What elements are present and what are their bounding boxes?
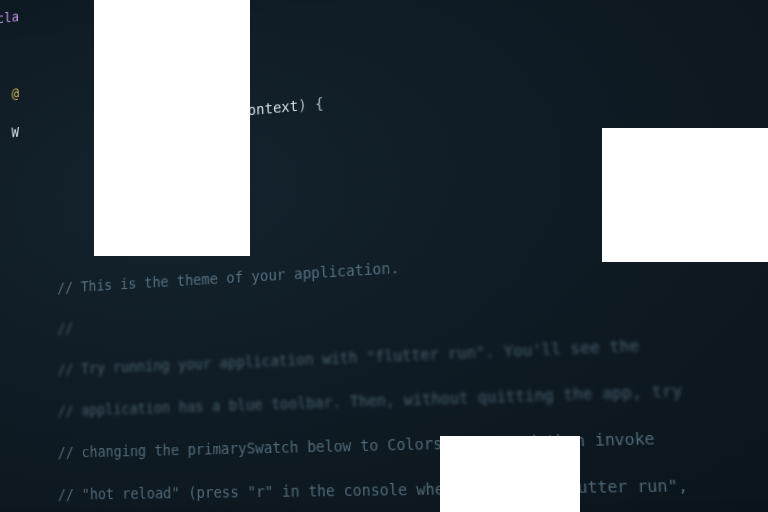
code-line: // changing the primarySwatch below to C… <box>0 418 768 464</box>
viewport: 6 7 8 9 10 11 12 13 14 15 16 17 18 19 20… <box>0 0 768 512</box>
overlay-cutout <box>602 128 768 262</box>
code-line: // "hot reload" (press "r" in the consol… <box>0 469 768 506</box>
overlay-cutout <box>94 0 250 256</box>
overlay-cutout <box>440 436 580 512</box>
